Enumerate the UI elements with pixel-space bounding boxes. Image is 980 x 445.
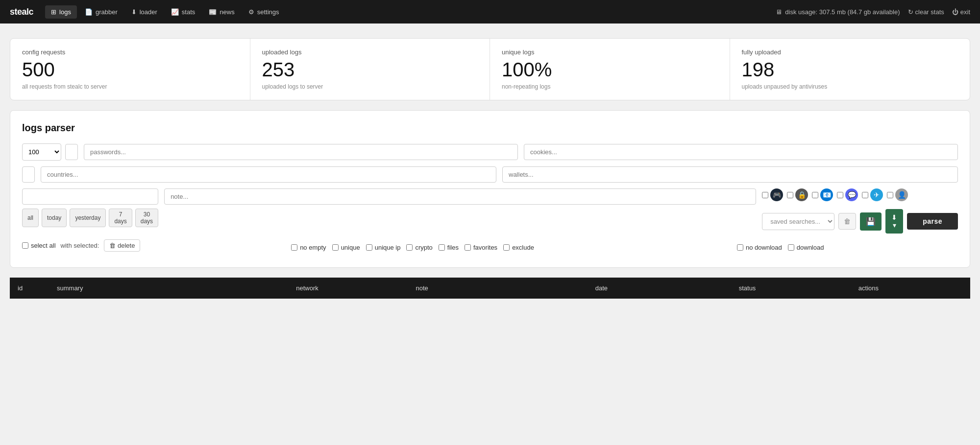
discord-check[interactable]: 💬 xyxy=(837,188,858,201)
unique-label: unique xyxy=(341,244,360,251)
stats-icon: 📈 xyxy=(171,8,179,16)
wallets-input[interactable] xyxy=(502,166,958,183)
stat-card-config-requests: config requests 500 all requests from st… xyxy=(10,39,250,100)
telegram-check[interactable]: ✈ xyxy=(862,188,883,201)
nav-label-grabber: grabber xyxy=(96,8,118,16)
unique-checkbox[interactable] xyxy=(332,244,339,251)
settings-icon: ⚙ xyxy=(248,8,254,16)
telegram-checkbox[interactable] xyxy=(862,192,868,198)
cookies-input[interactable] xyxy=(524,144,958,160)
stat-value-config: 500 xyxy=(22,59,238,80)
nav-item-news[interactable]: 📰 news xyxy=(203,5,240,19)
quick-filter-today[interactable]: today xyxy=(42,209,67,227)
select-all-item[interactable]: select all xyxy=(22,242,56,249)
delete-selected-button[interactable]: 🗑 delete xyxy=(104,239,140,252)
lock-check[interactable]: 🔒 xyxy=(787,188,808,201)
crypto-label: crypto xyxy=(415,244,432,251)
exclude-label: exclude xyxy=(512,244,534,251)
note-input[interactable] xyxy=(164,188,756,205)
other-icon: 👤 xyxy=(895,188,908,201)
th-network: network xyxy=(288,278,408,299)
nav-item-stats[interactable]: 📈 stats xyxy=(165,5,201,19)
loader-icon: ⬇ xyxy=(131,8,137,16)
unique-ip-label: unique ip xyxy=(375,244,401,251)
nav-items: ⊞ logs 📄 grabber ⬇ loader 📈 stats 📰 news… xyxy=(45,5,776,19)
other-checkbox[interactable] xyxy=(887,192,893,198)
system-input[interactable] xyxy=(22,166,35,183)
no-empty-checkbox-item[interactable]: no empty xyxy=(291,244,326,251)
date-quick-buttons: all today yesterday 7 days 30 days xyxy=(22,209,158,227)
download-checkbox-item[interactable]: download xyxy=(788,244,824,251)
favorites-checkbox[interactable] xyxy=(465,244,471,251)
unique-checkbox-item[interactable]: unique xyxy=(332,244,360,251)
refresh-icon: ↻ xyxy=(908,8,913,16)
crypto-checkbox[interactable] xyxy=(406,244,413,251)
exclude-checkbox-item[interactable]: exclude xyxy=(503,244,534,251)
table-header: id summary network note date status acti… xyxy=(10,278,970,299)
steam-icon: 🎮 xyxy=(770,188,783,201)
exclude-checkbox[interactable] xyxy=(503,244,510,251)
exit-button[interactable]: ⏻ exit xyxy=(952,8,970,16)
select-all-checkbox[interactable] xyxy=(22,242,28,249)
nav-item-settings[interactable]: ⚙ settings xyxy=(243,5,285,19)
nav-label-settings: settings xyxy=(257,8,279,16)
th-id: id xyxy=(10,278,49,299)
files-checkbox[interactable] xyxy=(439,244,445,251)
stat-value-uploaded: 253 xyxy=(262,59,478,80)
unique-ip-checkbox[interactable] xyxy=(366,244,372,251)
nav-item-logs[interactable]: ⊞ logs xyxy=(45,5,77,19)
filter-row-1: 10 25 50 100 250 xyxy=(22,143,958,161)
th-date: date xyxy=(588,278,731,299)
telegram-icon: ✈ xyxy=(870,188,883,201)
stat-desc-config: all requests from stealc to server xyxy=(22,83,238,90)
builds-input[interactable] xyxy=(65,144,78,160)
quick-filter-7days[interactable]: 7 days xyxy=(109,209,132,227)
other-check[interactable]: 👤 xyxy=(887,188,908,201)
th-status: status xyxy=(731,278,851,299)
save-search-button[interactable]: 💾 xyxy=(860,212,882,231)
download-checkbox[interactable] xyxy=(788,244,794,251)
quick-filter-30days[interactable]: 30 days xyxy=(135,209,158,227)
logs-icon: ⊞ xyxy=(51,8,56,16)
lock-checkbox[interactable] xyxy=(787,192,793,198)
clear-stats-label: clear stats xyxy=(915,8,944,16)
parse-button[interactable]: parse xyxy=(907,213,958,230)
stat-label-unique: unique logs xyxy=(502,48,718,56)
favorites-checkbox-item[interactable]: favorites xyxy=(465,244,497,251)
no-download-checkbox-item[interactable]: no download xyxy=(737,244,782,251)
th-note: note xyxy=(408,278,587,299)
nav-item-grabber[interactable]: 📄 grabber xyxy=(79,5,123,19)
limit-select[interactable]: 10 25 50 100 250 xyxy=(22,143,61,161)
no-empty-checkbox[interactable] xyxy=(291,244,297,251)
steam-checkbox[interactable] xyxy=(762,192,768,198)
discord-checkbox[interactable] xyxy=(837,192,843,198)
files-checkbox-item[interactable]: files xyxy=(439,244,459,251)
stat-card-fully-uploaded: fully uploaded 198 uploads unpaused by a… xyxy=(730,39,970,100)
download-label: download xyxy=(797,244,824,251)
files-label: files xyxy=(447,244,459,251)
outlook-checkbox[interactable] xyxy=(812,192,818,198)
nav-item-loader[interactable]: ⬇ loader xyxy=(125,5,163,19)
outlook-icon: 📧 xyxy=(820,188,833,201)
countries-input[interactable] xyxy=(41,166,496,183)
checkbox-row: select all with selected: 🗑 delete no em… xyxy=(22,239,958,256)
clear-stats-button[interactable]: ↻ clear stats xyxy=(908,8,944,16)
unique-ip-checkbox-item[interactable]: unique ip xyxy=(366,244,401,251)
passwords-input[interactable] xyxy=(84,144,518,160)
stat-card-unique-logs: unique logs 100% non-repeating logs xyxy=(490,39,730,100)
filter-row-3: 02/26/2023 - 02/28/2023 all today yester… xyxy=(22,188,958,234)
stat-desc-uploaded: uploaded logs to server xyxy=(262,83,478,90)
quick-filter-all[interactable]: all xyxy=(22,209,39,227)
no-download-checkbox[interactable] xyxy=(737,244,743,251)
download-button[interactable]: ⬇ ▾ xyxy=(885,209,903,234)
delete-saved-button[interactable]: 🗑 xyxy=(838,213,856,230)
outlook-check[interactable]: 📧 xyxy=(812,188,833,201)
saved-searches-select[interactable]: saved searches... xyxy=(762,213,834,230)
date-range-input[interactable]: 02/26/2023 - 02/28/2023 xyxy=(22,188,158,205)
lock-icon: 🔒 xyxy=(795,188,808,201)
steam-check[interactable]: 🎮 xyxy=(762,188,783,201)
stat-label-config: config requests xyxy=(22,48,238,56)
crypto-checkbox-item[interactable]: crypto xyxy=(406,244,432,251)
quick-filter-yesterday[interactable]: yesterday xyxy=(70,209,106,227)
stat-value-unique: 100% xyxy=(502,59,718,80)
